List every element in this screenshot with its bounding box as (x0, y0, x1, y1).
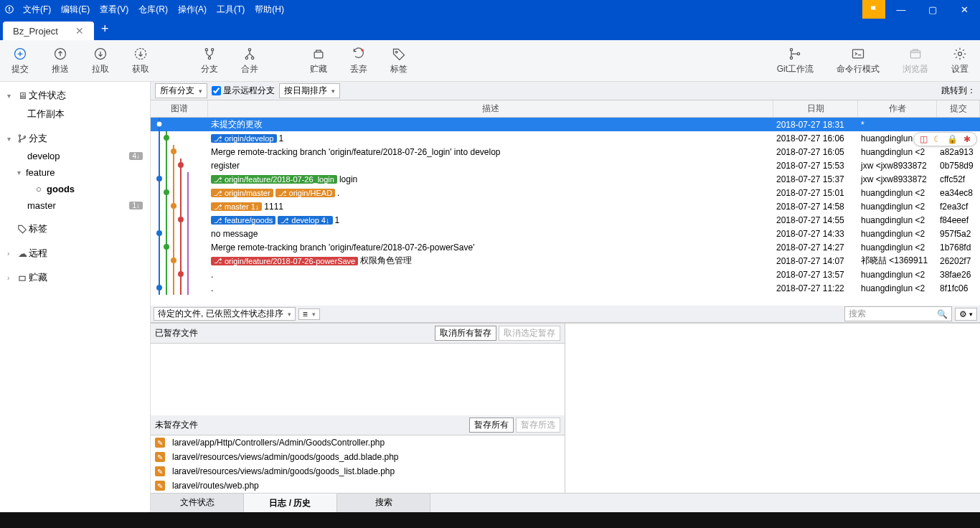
unstaged-file-row[interactable]: ✎laravel/app/Http/Controllers/Admin/Good… (151, 435, 565, 450)
menu-file[interactable]: 文件(F) (19, 1, 55, 18)
search-settings-button[interactable]: ⚙▾ (955, 308, 977, 321)
col-date[interactable]: 日期 (773, 100, 858, 117)
repo-tab[interactable]: Bz_Project ✕ (3, 22, 94, 40)
stage-selected-button[interactable]: 暂存所选 (516, 418, 560, 433)
svg-point-15 (395, 51, 397, 53)
commit-row[interactable]: .2018-07-27 11:22huangdinglun <28f1fc06 (151, 281, 980, 295)
show-remote-checkbox[interactable]: 显示远程分支 (212, 85, 275, 97)
pull-button[interactable]: 拉取 (80, 40, 121, 81)
commit-row[interactable]: ⎇master 1↓11112018-07-27 14:58huangdingl… (151, 199, 980, 213)
discard-button[interactable]: 丢弃 (339, 40, 379, 81)
staged-files-area[interactable] (151, 344, 565, 415)
svg-point-7 (205, 48, 207, 50)
sidebar-branches[interactable]: ▾分支 (0, 129, 150, 148)
commit-row[interactable]: 未提交的更改2018-07-27 18:31* (151, 118, 980, 131)
stage-all-button[interactable]: 暂存所有 (469, 418, 514, 433)
commit-options-pill[interactable]: ◫ ☾ 🔒 ✱ (913, 132, 977, 146)
terminal-button[interactable]: 命令行模式 (825, 40, 891, 81)
commit-row[interactable]: Merge remote-tracking branch 'origin/fea… (151, 240, 980, 254)
window-minimize-button[interactable]: — (885, 0, 917, 19)
stash-button[interactable]: 贮藏 (298, 40, 339, 81)
commit-row[interactable]: ⎇origin/master⎇origin/HEAD.2018-07-27 15… (151, 186, 980, 199)
sort-combo[interactable]: 按日期排序 (279, 83, 340, 98)
menu-repo[interactable]: 仓库(R) (134, 1, 172, 18)
tab-search[interactable]: 搜索 (337, 494, 430, 512)
push-button[interactable]: 推送 (40, 40, 80, 81)
sidebar-branch-develop[interactable]: develop4↓ (0, 148, 150, 164)
sidebar-branch-goods[interactable]: ○ goods (0, 181, 150, 197)
sidebar-tags[interactable]: 标签 (0, 220, 150, 238)
moon-icon[interactable]: ☾ (933, 134, 941, 144)
window-close-button[interactable]: ✕ (948, 0, 980, 19)
menu-actions[interactable]: 操作(A) (174, 1, 211, 18)
view-mode-select[interactable]: ≡ (298, 308, 320, 320)
menu-view[interactable]: 查看(V) (95, 1, 133, 18)
tab-close-icon[interactable]: ✕ (75, 25, 84, 37)
unstaged-file-row[interactable]: ✎laravel/resources/views/admin/goods/goo… (151, 464, 565, 478)
lock-icon[interactable]: 🔒 (947, 134, 958, 144)
svg-rect-25 (19, 276, 25, 280)
branch-badge[interactable]: ⎇develop 4↓ (278, 216, 332, 225)
commit-row[interactable]: ⎇origin/feature/2018-07-26-powerSave权限角色… (151, 254, 980, 268)
notification-flag-icon[interactable] (862, 0, 885, 19)
search-input[interactable]: 搜索🔍 (844, 306, 952, 321)
explorer-button[interactable]: 浏览器 (891, 40, 940, 81)
unstaged-file-row[interactable]: ✎laravel/routes/web.php (151, 478, 565, 493)
svg-point-27 (156, 121, 162, 127)
sidebar-branch-master[interactable]: master1↓ (0, 197, 150, 214)
svg-point-34 (171, 148, 176, 154)
gitflow-button[interactable]: Git工作流 (765, 40, 825, 81)
commit-row[interactable]: ⎇origin/feature/2018-07-26_loginlogin201… (151, 172, 980, 186)
col-desc[interactable]: 描述 (208, 100, 773, 117)
menu-edit[interactable]: 编辑(E) (57, 1, 94, 18)
unstaged-files-list[interactable]: ✎laravel/app/Http/Controllers/Admin/Good… (151, 435, 565, 493)
unstage-all-button[interactable]: 取消所有暂存 (435, 326, 496, 341)
sidebar-stashes[interactable]: ›贮藏 (0, 268, 150, 287)
commit-row[interactable]: ⎇feature/goods⎇develop 4↓12018-07-27 14:… (151, 213, 980, 227)
search-icon: 🔍 (937, 309, 948, 319)
svg-point-57 (171, 203, 176, 209)
svg-point-16 (791, 48, 793, 50)
svg-point-1 (9, 7, 10, 9)
commit-row[interactable]: no message2018-07-27 14:33huangdinglun <… (151, 227, 980, 240)
sidebar-workingcopy[interactable]: 工作副本 (0, 105, 150, 123)
sidebar-remotes[interactable]: ›☁远程 (0, 244, 150, 263)
fetch-button[interactable]: 获取 (121, 40, 161, 81)
col-author[interactable]: 作者 (858, 100, 937, 117)
branch-badge[interactable]: ⎇origin/master (211, 189, 273, 197)
commit-button[interactable]: 提交 (0, 40, 40, 81)
branch-filter-combo[interactable]: 所有分支 (155, 83, 207, 98)
unstaged-file-row[interactable]: ✎laravel/resources/views/admin/goods/goo… (151, 450, 565, 464)
unstage-selected-button[interactable]: 取消选定暂存 (499, 326, 560, 341)
branch-badge[interactable]: ⎇origin/develop (211, 134, 277, 143)
merge-button[interactable]: 合并 (230, 40, 270, 81)
branch-badge[interactable]: ⎇origin/feature/2018-07-26-powerSave (211, 257, 358, 265)
new-tab-button[interactable]: + (94, 18, 116, 40)
commit-row[interactable]: ⎇origin/develop12018-07-27 16:06huangdin… (151, 131, 980, 145)
window-maximize-button[interactable]: ▢ (917, 0, 948, 19)
svg-point-87 (178, 271, 184, 277)
tag-button[interactable]: 标签 (379, 40, 419, 81)
split-icon[interactable]: ◫ (920, 134, 928, 144)
col-commit[interactable]: 提交 (937, 100, 980, 117)
commit-row[interactable]: register2018-07-27 15:53jxw <jxw89338720… (151, 159, 980, 172)
commits-list[interactable]: ◫ ☾ 🔒 ✱ 未提交的更改2018-07-27 18:31*⎇origin/d… (151, 118, 980, 306)
tab-filestatus[interactable]: 文件状态 (151, 494, 244, 512)
col-graph[interactable]: 图谱 (151, 100, 208, 117)
branch-badge[interactable]: ⎇origin/feature/2018-07-26_login (211, 175, 337, 184)
commit-row[interactable]: Merge remote-tracking branch 'origin/fea… (151, 145, 980, 159)
branch-badge[interactable]: ⎇feature/goods (211, 216, 275, 225)
sidebar-filestatus[interactable]: ▾🖥文件状态 (0, 86, 150, 105)
sidebar-branch-feature[interactable]: ▾feature (0, 164, 150, 181)
commit-row[interactable]: .2018-07-27 13:57huangdinglun <238fae26 (151, 268, 980, 281)
branch-badge[interactable]: ⎇master 1↓ (211, 202, 262, 211)
tab-log[interactable]: 日志 / 历史 (244, 494, 337, 512)
settings-button[interactable]: 设置 (940, 40, 980, 81)
branch-badge[interactable]: ⎇origin/HEAD (275, 189, 336, 197)
menu-tools[interactable]: 工具(T) (212, 1, 249, 18)
pending-sort-select[interactable]: 待定的文件, 已依照文件状态排序 (154, 307, 296, 321)
branch-button[interactable]: 分支 (189, 40, 230, 81)
cloud-icon: ☁ (16, 248, 29, 259)
menu-help[interactable]: 帮助(H) (250, 1, 288, 18)
gear-icon[interactable]: ✱ (963, 134, 971, 144)
